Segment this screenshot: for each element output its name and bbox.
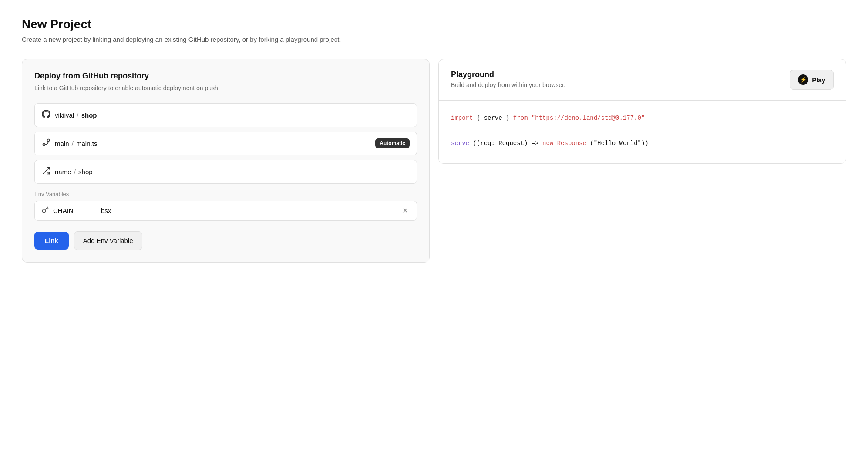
name-row[interactable]: name / shop: [34, 160, 417, 184]
playground-title: Playground: [451, 70, 565, 79]
keyword-new: new: [542, 140, 553, 147]
code-line-2: serve ((req: Request) => new Response ("…: [451, 138, 834, 149]
add-env-button[interactable]: Add Env Variable: [74, 231, 142, 250]
env-value-input[interactable]: [101, 207, 396, 214]
playground-header-text: Playground Build and deploy from within …: [451, 70, 565, 90]
branch-icon: [42, 138, 50, 149]
playground-header: Playground Build and deploy from within …: [439, 59, 846, 101]
play-icon: ⚡: [798, 74, 808, 85]
code-hello-world: ("Hello World")): [590, 140, 648, 147]
code-braces: { serve }: [477, 115, 513, 121]
name-icon: [42, 166, 50, 177]
keyword-import: import: [451, 115, 473, 121]
keyword-serve: serve: [451, 140, 469, 147]
env-close-button[interactable]: ✕: [400, 206, 410, 215]
playground-card: Playground Build and deploy from within …: [438, 59, 846, 164]
branch-row[interactable]: main / main.ts Automatic: [34, 132, 417, 155]
name-label: name / shop: [55, 168, 93, 175]
page-title: New Project: [22, 17, 846, 31]
branch-label: main / main.ts: [55, 140, 97, 147]
key-icon: [42, 206, 49, 215]
playground-subtitle: Build and deploy from within your browse…: [451, 81, 565, 90]
env-row[interactable]: CHAIN ✕: [34, 201, 417, 221]
github-icon: [42, 110, 50, 121]
page-subtitle: Create a new project by linking and depl…: [22, 36, 846, 43]
play-button-label: Play: [812, 76, 825, 84]
deploy-card: Deploy from GitHub repository Link to a …: [22, 59, 430, 263]
play-button[interactable]: ⚡ Play: [790, 70, 834, 90]
automatic-badge: Automatic: [375, 138, 410, 148]
code-line-blank: [451, 125, 834, 136]
env-label: Env Variables: [34, 191, 417, 197]
keyword-from: from: [513, 115, 528, 121]
deploy-card-subtitle: Link to a GitHub repository to enable au…: [34, 84, 417, 93]
repo-row[interactable]: vikiival / shop: [34, 103, 417, 127]
code-url-string: "https://deno.land/std@0.177.0": [532, 115, 645, 121]
keyword-response: Response: [557, 140, 586, 147]
deploy-card-title: Deploy from GitHub repository: [34, 71, 417, 81]
code-line-1: import { serve } from "https://deno.land…: [451, 113, 834, 124]
button-row: Link Add Env Variable: [34, 231, 417, 250]
code-area: import { serve } from "https://deno.land…: [439, 101, 846, 163]
main-grid: Deploy from GitHub repository Link to a …: [22, 59, 846, 263]
repo-label: vikiival / shop: [55, 111, 97, 119]
link-button[interactable]: Link: [34, 232, 69, 250]
env-key-name: CHAIN: [53, 207, 97, 214]
code-params: ((req: Request) =>: [473, 140, 542, 147]
